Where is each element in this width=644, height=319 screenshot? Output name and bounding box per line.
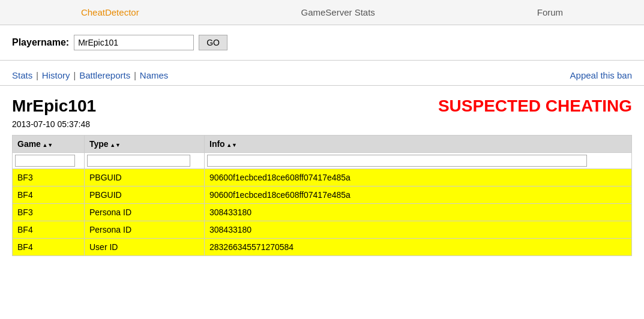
go-button[interactable]: GO [199,35,227,50]
filter-type-cell [85,153,205,169]
sub-nav: Stats | History | Battlereports | Names … [0,65,644,85]
cheat-status: SUSPECTED CHEATING [438,97,632,116]
subnav-battlereports[interactable]: Battlereports [79,70,130,80]
player-name: MrEpic101 [12,97,96,116]
filter-type-input[interactable] [87,155,190,167]
cell-type: PBGUID [85,186,205,204]
filter-info-input[interactable] [207,155,587,167]
filter-info-cell [205,153,632,169]
subnav-stats[interactable]: Stats [12,70,32,80]
appeal-area: Appeal this ban [570,70,632,80]
appeal-ban-link[interactable]: Appeal this ban [570,70,632,80]
subnav-names[interactable]: Names [140,70,169,80]
sep-2: | [74,71,76,80]
subnav-history[interactable]: History [42,70,70,80]
table-body: BF3PBGUID90600f1ecbced18ce608ff07417e485… [13,169,632,256]
table-row: BF4Persona ID308433180 [13,221,632,239]
cell-game: BF4 [13,239,85,256]
cell-info: 308433180 [205,204,632,221]
col-info[interactable]: Info [205,136,632,153]
cell-info: 90600f1ecbced18ce608ff07417e485a [205,186,632,204]
cell-type: Persona ID [85,221,205,239]
cell-type: User ID [85,239,205,256]
cell-info: 283266345571270584 [205,239,632,256]
player-section: MrEpic101 SUSPECTED CHEATING [0,91,644,118]
nav-gameserver[interactable]: GameServer Stats [289,5,387,20]
cell-game: BF3 [13,204,85,221]
table-filter-row [13,153,632,169]
cell-info: 308433180 [205,221,632,239]
col-type[interactable]: Type [85,136,205,153]
divider [0,60,644,61]
data-table: Game Type Info BF3PBGUID90600f1ecbced18c… [12,135,632,256]
cell-info: 90600f1ecbced18ce608ff07417e485a [205,169,632,186]
player-date: 2013-07-10 05:37:48 [0,118,644,135]
nav-cheatdetector[interactable]: CheatDetector [69,5,151,20]
table-row: BF4PBGUID90600f1ecbced18ce608ff07417e485… [13,186,632,204]
nav-forum[interactable]: Forum [525,5,575,20]
table-row: BF3Persona ID308433180 [13,204,632,221]
sep-1: | [36,71,38,80]
filter-game-input[interactable] [15,155,75,167]
table-header-row: Game Type Info [13,136,632,153]
divider-2 [0,85,644,86]
cell-game: BF3 [13,169,85,186]
search-area: Playername: GO [0,25,644,60]
table-row: BF3PBGUID90600f1ecbced18ce608ff07417e485… [13,169,632,186]
sep-3: | [134,71,136,80]
cell-type: Persona ID [85,204,205,221]
filter-game-cell [13,153,85,169]
col-game[interactable]: Game [13,136,85,153]
table-row: BF4User ID283266345571270584 [13,239,632,256]
cell-game: BF4 [13,186,85,204]
cell-game: BF4 [13,221,85,239]
playername-input[interactable] [74,35,194,50]
nav-bar: CheatDetector GameServer Stats Forum [0,0,644,25]
cell-type: PBGUID [85,169,205,186]
search-label: Playername: [12,37,69,48]
